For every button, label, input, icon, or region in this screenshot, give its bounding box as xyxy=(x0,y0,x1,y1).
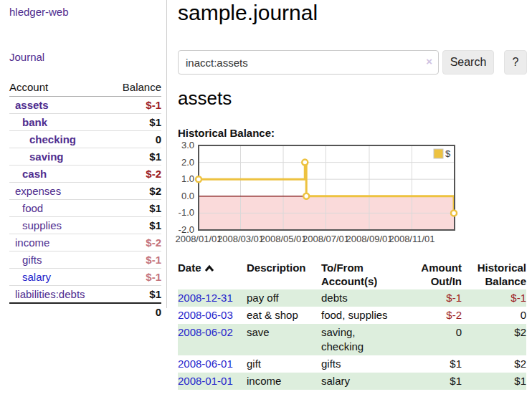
transaction-accounts: saving, checking xyxy=(321,324,406,355)
transactions-header-row: Date Description To/From Account(s) Amou… xyxy=(178,259,526,289)
transaction-date-link[interactable]: 2008-01-01 xyxy=(178,375,233,387)
svg-text:$: $ xyxy=(445,148,451,159)
sidebar-divider xyxy=(166,0,167,308)
search-button[interactable]: Search xyxy=(442,50,494,75)
transaction-balance: $2 xyxy=(462,324,526,355)
account-balance: $-2 xyxy=(110,166,161,183)
account-balance: 0 xyxy=(110,131,161,148)
transaction-description: eat & shop xyxy=(247,307,321,324)
account-balance: $2 xyxy=(110,183,161,200)
account-row: liabilities:debts$1 xyxy=(9,286,161,304)
page-title: sample.journal xyxy=(178,1,318,25)
account-link[interactable]: saving xyxy=(29,150,64,163)
accounts-table-body: assets$-1bank$1checking0saving$1cash$-2e… xyxy=(9,97,161,304)
transaction-accounts: debts xyxy=(321,289,406,307)
account-balance: $1 xyxy=(110,148,161,166)
account-balance: $-1 xyxy=(110,97,161,114)
svg-text:2.0: 2.0 xyxy=(181,157,194,168)
account-row: income$-2 xyxy=(9,234,161,251)
account-row: salary$-1 xyxy=(9,269,161,286)
accounts-table: Account Balance assets$-1bank$1checking0… xyxy=(9,79,161,320)
accounts-total-row: 0 xyxy=(9,303,161,320)
transaction-row: 2008-06-02savesaving, checking0$2 xyxy=(178,324,526,355)
account-balance: $-2 xyxy=(110,234,161,251)
search-input[interactable] xyxy=(178,50,439,75)
account-link[interactable]: expenses xyxy=(15,185,61,197)
transaction-amount: $1 xyxy=(406,355,462,373)
transaction-date-link[interactable]: 2008-06-03 xyxy=(178,309,233,321)
sidebar-item-journal[interactable]: Journal xyxy=(9,51,44,63)
account-link[interactable]: income xyxy=(15,236,49,249)
chart-label: Historical Balance: xyxy=(178,127,275,139)
transaction-balance: $-1 xyxy=(462,289,526,307)
chart-container: 3.02.01.00.0-1.0-2.02008/01/012008/03/01… xyxy=(172,142,532,248)
transaction-date-link[interactable]: 2008-06-02 xyxy=(178,326,233,338)
transaction-amount: $-1 xyxy=(406,289,462,307)
search-input-wrap: × xyxy=(178,50,439,75)
account-row: gifts$-1 xyxy=(9,251,161,269)
account-link[interactable]: cash xyxy=(22,168,47,180)
transaction-accounts: gifts xyxy=(321,355,406,373)
transaction-amount: $-2 xyxy=(406,307,462,324)
clear-search-icon[interactable]: × xyxy=(426,55,432,67)
account-row: expenses$2 xyxy=(9,183,161,200)
column-header-amount: Amount Out/In xyxy=(406,259,462,289)
sort-ascending-icon xyxy=(204,261,214,274)
account-row: food$1 xyxy=(9,200,161,217)
account-row: checking0 xyxy=(9,131,161,148)
account-link[interactable]: bank xyxy=(22,116,47,128)
transactions-table-body: 2008-12-31pay offdebts$-1$-12008-06-03ea… xyxy=(178,289,526,390)
account-balance: $1 xyxy=(110,114,161,131)
historical-balance-chart: 3.02.01.00.0-1.0-2.02008/01/012008/03/01… xyxy=(172,142,532,248)
account-link[interactable]: salary xyxy=(22,271,51,283)
svg-text:-1.0: -1.0 xyxy=(179,207,194,218)
transaction-description: gift xyxy=(247,355,321,373)
svg-text:2008/05/01: 2008/05/01 xyxy=(260,234,306,244)
account-row: assets$-1 xyxy=(9,97,161,114)
accounts-total-value: 0 xyxy=(110,303,161,320)
account-link[interactable]: food xyxy=(22,202,43,214)
column-header-description: Description xyxy=(247,259,321,289)
help-button[interactable]: ? xyxy=(504,50,527,75)
account-row: bank$1 xyxy=(9,114,161,131)
svg-text:2008/09/01: 2008/09/01 xyxy=(346,234,392,244)
svg-text:2008/11/01: 2008/11/01 xyxy=(389,234,434,244)
transaction-amount: 0 xyxy=(406,324,462,355)
account-row: saving$1 xyxy=(9,148,161,166)
column-header-balance: Historical Balance xyxy=(462,259,526,289)
transaction-description: save xyxy=(247,324,321,355)
transaction-accounts: salary xyxy=(321,373,406,390)
transaction-accounts: food, supplies xyxy=(321,307,406,324)
transaction-description: income xyxy=(247,373,321,390)
transaction-row: 2008-01-01incomesalary$1$1 xyxy=(178,373,526,390)
account-link[interactable]: supplies xyxy=(22,219,62,231)
account-balance: $-1 xyxy=(110,269,161,286)
column-header-accounts: To/From Account(s) xyxy=(321,259,406,289)
transaction-balance: $1 xyxy=(462,373,526,390)
account-balance: $1 xyxy=(110,200,161,217)
account-row: cash$-2 xyxy=(9,166,161,183)
svg-text:3.0: 3.0 xyxy=(181,142,194,150)
account-link[interactable]: assets xyxy=(15,99,49,111)
transaction-date-link[interactable]: 2008-12-31 xyxy=(178,292,233,304)
svg-text:2008/07/01: 2008/07/01 xyxy=(303,234,349,244)
account-row: supplies$1 xyxy=(9,217,161,234)
account-balance: $-1 xyxy=(110,251,161,269)
app-brand-link[interactable]: hledger-web xyxy=(9,6,69,18)
transaction-balance: $2 xyxy=(462,355,526,373)
account-link[interactable]: liabilities:debts xyxy=(15,288,85,300)
transaction-row: 2008-06-03eat & shopfood, supplies$-20 xyxy=(178,307,526,324)
account-balance: $1 xyxy=(110,286,161,304)
accounts-header-balance: Balance xyxy=(110,79,161,97)
account-link[interactable]: gifts xyxy=(22,254,42,266)
svg-text:1.0: 1.0 xyxy=(181,173,194,184)
account-heading: assets xyxy=(178,87,232,110)
account-link[interactable]: checking xyxy=(29,133,76,145)
column-header-date[interactable]: Date xyxy=(178,259,247,289)
svg-text:2008/03/01: 2008/03/01 xyxy=(217,234,264,244)
transaction-row: 2008-12-31pay offdebts$-1$-1 xyxy=(178,289,526,307)
transaction-row: 2008-06-01giftgifts$1$2 xyxy=(178,355,526,373)
svg-text:0.0: 0.0 xyxy=(181,191,194,201)
transaction-date-link[interactable]: 2008-06-01 xyxy=(178,358,233,370)
transaction-description: pay off xyxy=(247,289,321,307)
